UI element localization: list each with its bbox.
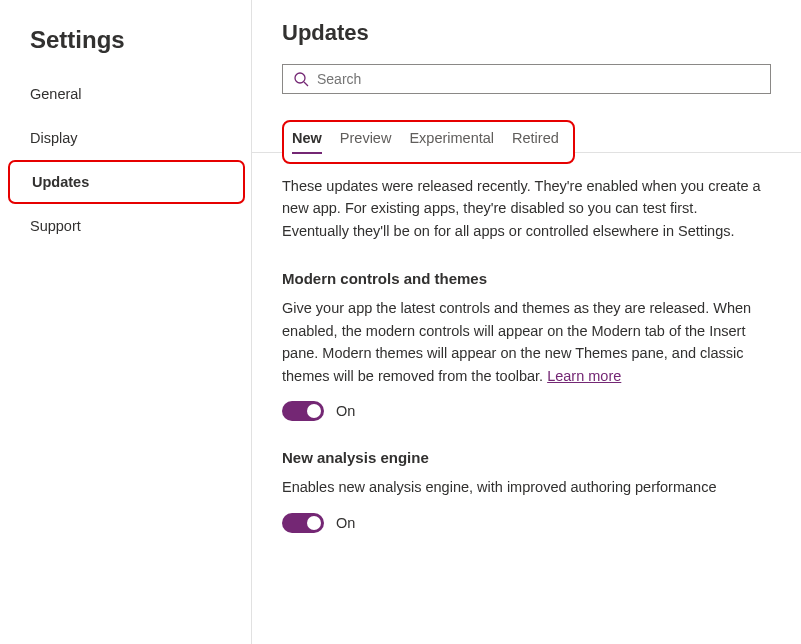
tab-preview[interactable]: Preview [340,130,392,152]
learn-more-link[interactable]: Learn more [547,368,621,384]
sidebar-item-support[interactable]: Support [0,204,251,248]
sidebar-item-updates[interactable]: Updates [8,160,245,204]
svg-line-1 [304,82,308,86]
toggle-analysis-engine[interactable] [282,513,324,533]
sidebar-title: Settings [0,20,251,72]
sidebar-item-display[interactable]: Display [0,116,251,160]
svg-point-0 [295,73,305,83]
section-modern-title: Modern controls and themes [282,270,771,287]
section-modern-body: Give your app the latest controls and th… [282,297,762,387]
intro-text: These updates were released recently. Th… [282,175,762,242]
tab-experimental[interactable]: Experimental [409,130,494,152]
main-content: Updates New Preview Experimental Retired… [252,0,801,644]
toggle-row-modern: On [282,401,771,421]
tabs: New Preview Experimental Retired [292,130,559,152]
toggle-modern-controls[interactable] [282,401,324,421]
tabs-highlight: New Preview Experimental Retired [282,120,575,164]
toggle-row-analysis: On [282,513,771,533]
tab-new[interactable]: New [292,130,322,152]
page-title: Updates [282,20,771,46]
toggle-modern-label: On [336,403,355,419]
section-modern-text: Give your app the latest controls and th… [282,300,751,383]
search-icon [293,71,309,87]
tab-retired[interactable]: Retired [512,130,559,152]
search-input[interactable] [317,71,760,87]
sidebar-item-general[interactable]: General [0,72,251,116]
toggle-analysis-label: On [336,515,355,531]
section-analysis-title: New analysis engine [282,449,771,466]
search-box[interactable] [282,64,771,94]
sidebar: Settings General Display Updates Support [0,0,252,644]
section-analysis-body: Enables new analysis engine, with improv… [282,476,762,498]
